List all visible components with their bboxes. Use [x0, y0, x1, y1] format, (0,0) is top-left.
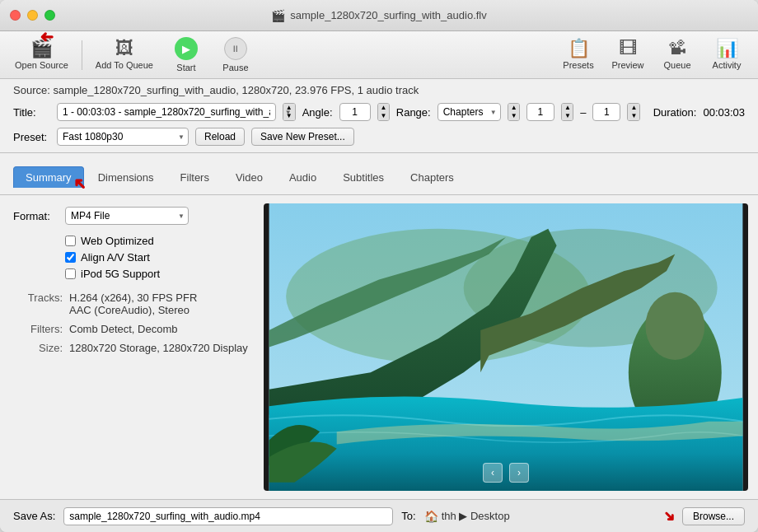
start-button[interactable]: ▶ Start — [163, 34, 209, 76]
range-label: Range: — [396, 106, 431, 119]
close-button[interactable] — [10, 10, 21, 21]
activity-label: Activity — [713, 60, 742, 70]
title-label: Title: — [13, 106, 50, 119]
align-av-checkbox[interactable] — [65, 252, 76, 263]
pause-button[interactable]: ⏸ Pause — [213, 34, 259, 76]
arrow-decorator-1: ➜ — [40, 28, 54, 48]
format-label: Format: — [13, 210, 58, 222]
range-type-stepper[interactable]: ▲ ▼ — [508, 103, 520, 121]
range-type-up[interactable]: ▲ — [508, 104, 520, 112]
toolbar-right: 📋 Presets 🎞 Preview 📽 Queue 📊 Activity — [555, 36, 750, 73]
range-start-input[interactable] — [526, 103, 554, 121]
activity-button[interactable]: 📊 Activity — [704, 36, 750, 73]
pause-icon: ⏸ — [224, 37, 247, 60]
tracks-row: Tracks: H.264 (x264), 30 FPS PFR AAC (Co… — [13, 292, 250, 316]
window-title: 🎬 sample_1280x720_surfing_with_audio.flv — [271, 9, 487, 22]
save-as-input[interactable] — [63, 507, 393, 525]
window-controls — [10, 10, 55, 21]
format-select[interactable]: MP4 File MKV File WebM File — [65, 207, 189, 225]
size-row: Size: 1280x720 Storage, 1280x720 Display — [13, 342, 250, 354]
presets-button[interactable]: 📋 Presets — [555, 36, 601, 73]
queue-icon: 📽 — [668, 40, 686, 58]
preset-label: Preset: — [13, 131, 50, 143]
preview-label: Preview — [611, 60, 643, 70]
range-end-down[interactable]: ▼ — [628, 112, 639, 120]
play-icon: ▶ — [175, 37, 198, 60]
web-optimized-checkbox[interactable] — [65, 236, 76, 246]
preview-button[interactable]: 🎞 Preview — [605, 36, 651, 73]
tracks-key: Tracks: — [13, 292, 63, 316]
tab-dimensions[interactable]: Dimensions — [86, 166, 166, 188]
add-to-queue-label: Add To Queue — [96, 60, 153, 70]
angle-input[interactable] — [339, 103, 371, 121]
start-label: Start — [176, 63, 195, 72]
title-input[interactable] — [57, 103, 276, 121]
ipod-label: iPod 5G Support — [81, 268, 160, 280]
add-to-queue-button[interactable]: 🖼 Add To Queue — [89, 36, 160, 73]
toolbar-separator-1 — [82, 40, 82, 70]
right-panel: ‹ › — [264, 195, 758, 499]
checkboxes: Web Optimized Align A/V Start iPod 5G Su… — [65, 235, 250, 280]
ipod-row: iPod 5G Support — [65, 268, 250, 280]
size-key: Size: — [13, 342, 63, 354]
presets-icon: 📋 — [568, 40, 590, 58]
size-value: 1280x720 Storage, 1280x720 Display — [69, 342, 248, 354]
nav-arrows: ‹ › — [483, 463, 529, 483]
range-end-input[interactable] — [592, 103, 620, 121]
queue-button[interactable]: 📽 Queue — [654, 36, 700, 73]
web-optimized-label: Web Optimized — [81, 235, 154, 247]
panels-row: Format: MP4 File MKV File WebM File Web … — [0, 195, 758, 499]
range-start-stepper[interactable]: ▲ ▼ — [561, 103, 573, 121]
tab-audio[interactable]: Audio — [277, 166, 329, 188]
pause-label: Pause — [222, 63, 248, 72]
prev-arrow[interactable]: ‹ — [483, 463, 503, 483]
title-stepper[interactable]: ▲ ▼ — [283, 103, 296, 121]
angle-stepper[interactable]: ▲ ▼ — [377, 103, 390, 121]
tab-video[interactable]: Video — [223, 166, 275, 188]
range-type-down[interactable]: ▼ — [508, 112, 520, 120]
preview-icon: 🎞 — [619, 40, 637, 58]
angle-up[interactable]: ▲ — [378, 104, 390, 112]
form-area: Title: ▲ ▼ Angle: ▲ ▼ Range: Chapters Se… — [0, 100, 758, 124]
range-type-select[interactable]: Chapters Seconds Frames — [437, 103, 501, 121]
angle-label: Angle: — [302, 106, 333, 119]
maximize-button[interactable] — [44, 10, 55, 21]
filters-row: Filters: Comb Detect, Decomb — [13, 323, 250, 335]
titlebar: 🎬 sample_1280x720_surfing_with_audio.flv — [0, 0, 758, 31]
tab-filters[interactable]: Filters — [168, 166, 222, 188]
save-row: Save As: To: 🏠 thh ▶ Desktop ➜ Browse... — [0, 499, 758, 532]
tab-summary[interactable]: Summary — [13, 166, 84, 188]
save-preset-button[interactable]: Save New Preset... — [251, 128, 354, 146]
toolbar: 🎬 Open Source ➜ 🖼 Add To Queue ▶ Start ⏸… — [0, 31, 758, 79]
duration-label: Duration: — [653, 106, 697, 119]
film-icon: 🎬 — [271, 9, 285, 22]
add-queue-icon: 🖼 — [115, 40, 133, 58]
save-as-label: Save As: — [13, 510, 55, 522]
activity-icon: 📊 — [716, 40, 738, 58]
next-arrow[interactable]: › — [509, 463, 529, 483]
tabs-row: Summary Dimensions Filters Video Audio S… — [0, 153, 758, 195]
ipod-checkbox[interactable] — [65, 268, 76, 279]
minimize-button[interactable] — [27, 10, 38, 21]
preview-svg — [264, 203, 748, 491]
range-start-up[interactable]: ▲ — [562, 104, 573, 112]
open-source-label: Open Source — [15, 60, 68, 70]
preset-select[interactable]: Fast 1080p30 HQ 1080p30 Surround Super H… — [57, 128, 189, 146]
tab-chapters[interactable]: Chapters — [398, 166, 466, 188]
home-icon: 🏠 — [424, 510, 438, 523]
align-av-row: Align A/V Start — [65, 251, 250, 264]
tab-subtitles[interactable]: Subtitles — [330, 166, 396, 188]
duration-value: 00:03:03 — [703, 106, 745, 119]
filters-value: Comb Detect, Decomb — [69, 323, 178, 335]
range-end-up[interactable]: ▲ — [628, 104, 639, 112]
to-label: To: — [401, 510, 415, 522]
title-stepper-down[interactable]: ▼ — [283, 112, 295, 120]
angle-down[interactable]: ▼ — [378, 112, 390, 120]
range-end-stepper[interactable]: ▲ ▼ — [627, 103, 639, 121]
preset-select-wrapper: Fast 1080p30 HQ 1080p30 Surround Super H… — [57, 128, 189, 146]
browse-button[interactable]: Browse... — [682, 507, 745, 525]
format-row: Format: MP4 File MKV File WebM File — [13, 207, 250, 225]
title-stepper-up[interactable]: ▲ — [283, 104, 295, 112]
reload-button[interactable]: Reload — [195, 128, 245, 146]
range-start-down[interactable]: ▼ — [562, 112, 573, 120]
